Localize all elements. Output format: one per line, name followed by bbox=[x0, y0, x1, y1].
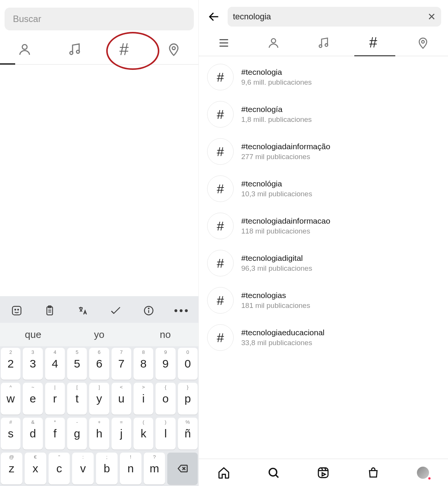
nav-profile[interactable] bbox=[417, 466, 429, 479]
suggestion[interactable]: no bbox=[132, 329, 198, 341]
home-icon bbox=[217, 466, 230, 479]
key-x[interactable]: €x bbox=[25, 453, 46, 484]
back-button[interactable] bbox=[206, 8, 222, 25]
key-5[interactable]: 55 bbox=[67, 348, 87, 380]
info-icon[interactable] bbox=[143, 305, 154, 316]
more-icon[interactable]: ••• bbox=[176, 305, 187, 316]
result-subtitle: 96,3 mil publicaciones bbox=[241, 264, 312, 273]
svg-point-1 bbox=[70, 51, 73, 54]
key-r[interactable]: |r bbox=[45, 383, 65, 415]
key-g[interactable]: -g bbox=[67, 418, 87, 450]
tab-audio[interactable] bbox=[312, 32, 335, 54]
hashtag-result[interactable]: ##tecnologia9,6 mill. publicaciones bbox=[199, 58, 448, 96]
result-subtitle: 118 mil publicaciones bbox=[241, 227, 330, 235]
right-pane: tecnologia ✕ # ##tecnologia9,6 mill. pub… bbox=[199, 0, 448, 486]
svg-point-13 bbox=[148, 308, 149, 309]
result-subtitle: 181 mil publicaciones bbox=[241, 301, 310, 310]
key-k[interactable]: (k bbox=[134, 418, 153, 450]
music-icon bbox=[317, 36, 330, 49]
key-m[interactable]: ?m bbox=[144, 453, 165, 484]
keyboard: ••• que yo no 223344556677889900 ^w~e|r[… bbox=[0, 296, 198, 486]
menu-icon bbox=[217, 36, 230, 49]
hashtag-result[interactable]: ##tecnologiaeducacional33,8 mil publicac… bbox=[199, 319, 448, 356]
shop-icon bbox=[367, 466, 380, 479]
active-tab-underline bbox=[354, 55, 395, 56]
nav-shop[interactable] bbox=[367, 466, 380, 479]
key-8[interactable]: 88 bbox=[134, 348, 153, 380]
key-c[interactable]: "c bbox=[49, 453, 70, 484]
hashtag-result[interactable]: ##tecnología1,8 mill. publicaciones bbox=[199, 96, 448, 133]
clipboard-icon[interactable] bbox=[44, 305, 55, 316]
svg-point-5 bbox=[15, 309, 16, 310]
location-icon bbox=[167, 42, 181, 57]
svg-point-21 bbox=[319, 44, 322, 47]
result-subtitle: 10,3 mil publicaciones bbox=[241, 190, 312, 198]
key-w[interactable]: ^w bbox=[1, 383, 20, 415]
hashtag-result[interactable]: ##tecnologiadigital96,3 mil publicacione… bbox=[199, 245, 448, 282]
key-6[interactable]: 66 bbox=[89, 348, 109, 380]
key-3[interactable]: 33 bbox=[23, 348, 42, 380]
key-l[interactable]: )l bbox=[156, 418, 175, 450]
result-title: #tecnológia bbox=[241, 179, 312, 188]
result-text: #tecnologias181 mil publicaciones bbox=[241, 291, 310, 310]
music-icon bbox=[67, 42, 82, 57]
key-d[interactable]: &d bbox=[23, 418, 42, 450]
translate-icon[interactable] bbox=[77, 305, 88, 316]
key-i[interactable]: >i bbox=[134, 383, 153, 415]
key-p[interactable]: }p bbox=[178, 383, 198, 415]
suggestion[interactable]: yo bbox=[66, 329, 132, 341]
tab-places[interactable] bbox=[162, 38, 185, 61]
check-icon[interactable] bbox=[110, 305, 121, 316]
key-s[interactable]: #s bbox=[1, 418, 20, 450]
key-o[interactable]: {o bbox=[156, 383, 175, 415]
key-t[interactable]: [t bbox=[67, 383, 87, 415]
nav-home[interactable] bbox=[217, 466, 230, 479]
reels-icon bbox=[317, 466, 330, 479]
key-0[interactable]: 00 bbox=[178, 348, 198, 380]
bottom-nav bbox=[199, 459, 448, 486]
tab-audio[interactable] bbox=[63, 38, 86, 61]
result-text: #tecnologiadigital96,3 mil publicaciones bbox=[241, 254, 312, 273]
avatar-icon bbox=[417, 467, 429, 479]
hashtag-result[interactable]: ##tecnologias181 mil publicaciones bbox=[199, 282, 448, 319]
key-n[interactable]: !n bbox=[120, 453, 141, 484]
key-9[interactable]: 99 bbox=[156, 348, 175, 380]
key-f[interactable]: *f bbox=[45, 418, 65, 450]
key-ñ[interactable]: %ñ bbox=[178, 418, 198, 450]
result-text: #tecnologia9,6 mill. publicaciones bbox=[241, 68, 312, 87]
nav-reels[interactable] bbox=[317, 466, 330, 479]
key-e[interactable]: ~e bbox=[23, 383, 42, 415]
location-icon bbox=[417, 36, 429, 49]
hashtag-result[interactable]: ##tecnologiadainformacao118 mil publicac… bbox=[199, 207, 448, 245]
result-text: #tecnológia10,3 mil publicaciones bbox=[241, 179, 312, 198]
sticker-icon[interactable] bbox=[11, 305, 22, 316]
key-h[interactable]: +h bbox=[89, 418, 109, 450]
nav-search[interactable] bbox=[267, 466, 280, 479]
tab-hashtag-active[interactable]: # bbox=[362, 32, 385, 54]
tabs-right: # bbox=[199, 30, 448, 56]
tab-places[interactable] bbox=[412, 32, 434, 54]
tab-people[interactable] bbox=[262, 32, 285, 54]
key-b[interactable]: ;b bbox=[96, 453, 118, 484]
tab-hashtag[interactable]: # bbox=[113, 38, 135, 61]
hashtag-result[interactable]: ##tecnológia10,3 mil publicaciones bbox=[199, 170, 448, 207]
search-input-right[interactable]: tecnologia ✕ bbox=[228, 7, 441, 27]
key-j[interactable]: =j bbox=[112, 418, 131, 450]
tab-people[interactable] bbox=[13, 38, 36, 61]
key-backspace[interactable] bbox=[167, 453, 198, 484]
key-y[interactable]: ]y bbox=[89, 383, 109, 415]
key-2[interactable]: 22 bbox=[1, 348, 20, 380]
key-7[interactable]: 77 bbox=[112, 348, 131, 380]
key-u[interactable]: <u bbox=[112, 383, 131, 415]
result-text: #tecnologiadainformacao118 mil publicaci… bbox=[241, 216, 330, 235]
search-value: tecnologia bbox=[233, 12, 271, 22]
suggestion[interactable]: que bbox=[0, 329, 66, 341]
key-z[interactable]: @z bbox=[1, 453, 22, 484]
search-input-left[interactable]: Buscar bbox=[5, 8, 194, 30]
clear-icon[interactable]: ✕ bbox=[428, 11, 436, 23]
right-header: tecnologia ✕ bbox=[199, 0, 448, 30]
hashtag-result[interactable]: ##tecnologiadainformação277 mil publicac… bbox=[199, 133, 448, 170]
tab-menu[interactable] bbox=[212, 32, 235, 54]
key-v[interactable]: :v bbox=[72, 453, 94, 484]
key-4[interactable]: 44 bbox=[45, 348, 65, 380]
